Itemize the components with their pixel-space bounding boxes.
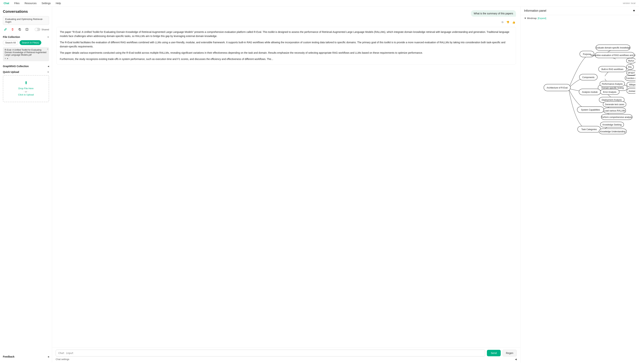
shared-toggle[interactable]: Shared — [35, 28, 49, 31]
chat-input[interactable] — [56, 350, 485, 356]
svg-text:Deployment Analysis: Deployment Analysis — [602, 99, 621, 101]
node-knowledge-seeking: Knowledge Seeking — [600, 122, 624, 127]
svg-text:Analysis module: Analysis module — [582, 91, 598, 93]
mindmap-title: ▼ Mindmap — [524, 17, 537, 20]
info-panel-header: Information panel ▼ — [520, 7, 639, 15]
thumbs-up-button[interactable]: 👍 — [511, 20, 516, 24]
feedback-header[interactable]: Feedback ◀ — [3, 355, 49, 358]
regen-button[interactable]: Regen — [502, 350, 517, 356]
feedback-section: Feedback ◀ — [3, 352, 49, 360]
upload-area[interactable]: ⬆ Drop File Here - or - Click to Upload — [3, 75, 49, 102]
search-toggle: Search All Search In File(s) — [3, 40, 49, 45]
nav-settings[interactable]: Settings — [42, 2, 51, 5]
svg-text:Error Analysis: Error Analysis — [603, 91, 616, 93]
upload-drop-text: Drop File Here — [6, 87, 46, 90]
delete-button[interactable] — [10, 27, 15, 32]
search-all-button[interactable]: Search All — [3, 40, 18, 45]
svg-text:Components: Components — [582, 76, 594, 78]
svg-text:Wikipedia: Wikipedia — [629, 84, 635, 86]
assistant-para-3: The paper details various experiments co… — [60, 51, 512, 55]
chat-settings-label: Chat settings — [56, 358, 69, 360]
nav-resources[interactable]: Resources — [25, 2, 37, 5]
file-item-remove[interactable]: × — [5, 57, 6, 60]
svg-text:DFSDT: DFSDT — [628, 72, 635, 74]
info-panel-body: ▼ Mindmap [Expand] — [520, 15, 639, 363]
quick-upload-arrow: ▼ — [47, 71, 49, 73]
quick-upload-title: Quick Upload — [3, 70, 19, 74]
top-navigation: Chat Files Resources Settings Help versi… — [0, 0, 639, 7]
svg-text:Streamline evaluation of RAG w: Streamline evaluation of RAG workflows a… — [590, 54, 635, 56]
search-in-files-button[interactable]: Search In File(s) — [20, 40, 41, 45]
svg-text:ReAct: ReAct — [628, 60, 634, 62]
assistant-message: The paper "R-Eval: A Unified Toolkit for… — [56, 27, 516, 64]
nav-files[interactable]: Files — [14, 2, 20, 5]
graphrag-title: GraphRAG Collection — [3, 65, 29, 68]
info-panel-title: Information panel — [524, 9, 546, 12]
share-button[interactable] — [25, 27, 30, 32]
send-button[interactable]: Send — [487, 350, 501, 356]
chat-settings[interactable]: Chat settings ◀ — [56, 358, 517, 360]
assistant-para-2: The R-Eval toolkit facilitates the evalu… — [60, 40, 512, 49]
info-panel-collapse-button[interactable]: ▼ — [632, 9, 635, 12]
edit-button[interactable] — [3, 27, 8, 32]
nav-chat[interactable]: Chat — [4, 2, 9, 5]
node-task-cat: Task Categories — [577, 126, 600, 132]
chat-input-row: Send Regen — [56, 350, 517, 356]
mindmap-svg: Architecture of R-Eval Purpose Evaluate … — [524, 21, 635, 156]
svg-text:Architecture of R-Eval: Architecture of R-Eval — [547, 86, 568, 89]
node-error-analysis: Error Analysis — [600, 89, 619, 94]
info-panel: Information panel ▼ ▼ Mindmap [Expand] — [520, 7, 639, 363]
node-perform-comprehensive: Perform comprehensive analysis — [601, 114, 632, 120]
file-item-name: R-Eval- A Unified Toolkit for Evaluating… — [5, 49, 46, 56]
copy-button[interactable] — [17, 27, 22, 32]
mindmap-container: Architecture of R-Eval Purpose Evaluate … — [524, 21, 635, 156]
chat-input-area: Send Regen Chat settings ◀ — [52, 347, 520, 363]
node-analysis: Analysis module — [579, 89, 600, 95]
node-system-cap: System Capabilities — [577, 106, 604, 113]
copy-message-button[interactable]: ⧉ — [501, 20, 504, 24]
node-performance-analysis: Performance Analysis — [600, 81, 625, 86]
svg-text:Evaluate domain-specific knowl: Evaluate domain-specific knowledge — [595, 46, 630, 49]
conversation-item[interactable]: Evaluating and Optimizing Retrieval-Augm — [3, 16, 49, 25]
user-message: What is the summary of this papers — [471, 10, 516, 17]
line-root-purpose — [569, 55, 589, 88]
node-root: Architecture of R-Eval — [544, 84, 570, 91]
svg-text:Load various RALLMs: Load various RALLMs — [604, 110, 625, 112]
upload-icon: ⬆ — [6, 80, 46, 85]
file-item-close-button[interactable]: × — [47, 48, 48, 50]
svg-text:Built-in RAG workflows: Built-in RAG workflows — [601, 68, 623, 70]
svg-rect-0 — [19, 29, 21, 30]
svg-text:Domain-specific testing: Domain-specific testing — [601, 87, 624, 89]
file-item-actions: × ▼ — [5, 57, 47, 60]
thumbs-down-button[interactable]: 👎 — [505, 20, 510, 24]
file-item-dropdown[interactable]: ▼ — [7, 58, 9, 60]
upload-click-text: Click to Upload — [6, 93, 46, 97]
svg-text:Performance Analysis: Performance Analysis — [602, 83, 623, 85]
svg-text:Task Categories: Task Categories — [581, 128, 597, 131]
chat-messages: What is the summary of this papers ⧉ 👎 👍… — [52, 7, 520, 347]
svg-text:PAL: PAL — [628, 66, 632, 68]
quick-upload-section: Quick Upload ▼ ⬆ Drop File Here - or - C… — [3, 70, 49, 105]
file-collection-header[interactable]: File Collection ▼ — [3, 36, 49, 38]
node-aminer: Aminer — [627, 88, 635, 94]
node-streamline: Streamline evaluation of RAG workflows a… — [590, 52, 635, 58]
nav-help[interactable]: Help — [56, 2, 61, 5]
svg-text:Function calling: Function calling — [626, 77, 635, 80]
main-layout: Conversations Evaluating and Optimizing … — [0, 7, 639, 363]
shared-label: Shared — [42, 28, 49, 31]
graphrag-header[interactable]: GraphRAG Collection ◀ — [3, 65, 49, 68]
assistant-para-4: Furthermore, the study recognizes existi… — [60, 57, 512, 61]
svg-text:System Capabilities: System Capabilities — [581, 108, 600, 111]
upload-or-text: - or - — [6, 90, 46, 93]
node-function-calling: Function calling — [625, 76, 635, 80]
conversation-actions: Shared — [3, 27, 49, 32]
message-actions: ⧉ 👎 👍 — [56, 20, 516, 24]
svg-text:Generate test cases: Generate test cases — [605, 103, 624, 106]
svg-text:Purpose: Purpose — [583, 53, 591, 56]
mindmap-expand-button[interactable]: [Expand] — [538, 17, 546, 20]
svg-text:Knowledge Understanding: Knowledge Understanding — [600, 130, 625, 133]
shared-switch[interactable] — [35, 28, 41, 31]
node-dfsdt: DFSDT — [626, 70, 635, 75]
assistant-para-1: The paper "R-Eval: A Unified Toolkit for… — [60, 30, 512, 38]
quick-upload-header[interactable]: Quick Upload ▼ — [3, 70, 49, 74]
